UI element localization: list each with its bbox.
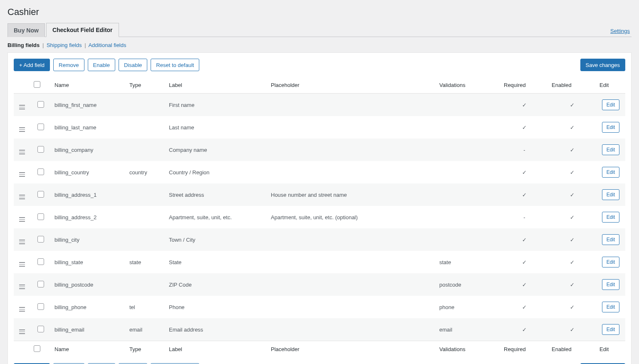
table-row: billing_phone tel Phone phone Edit <box>14 296 625 318</box>
tab-buy-now[interactable]: Buy Now <box>7 23 45 37</box>
check-icon <box>570 304 575 310</box>
subtab-additional-fields[interactable]: Additional fields <box>88 42 126 48</box>
check-icon <box>522 259 527 265</box>
check-icon <box>570 124 575 131</box>
cell-type: country <box>126 161 166 183</box>
cell-enabled <box>548 251 596 273</box>
cell-required <box>500 296 548 318</box>
check-icon <box>570 237 575 243</box>
cell-required <box>500 228 548 251</box>
check-icon <box>570 169 575 176</box>
cell-name: billing_state <box>51 251 126 273</box>
column-header-type: Type <box>126 77 166 94</box>
cell-validations <box>436 139 500 161</box>
table-row: billing_state state State state Edit <box>14 251 625 273</box>
drag-handle-icon[interactable] <box>19 150 25 154</box>
cell-name: billing_address_2 <box>51 206 126 228</box>
select-all-checkbox-footer[interactable] <box>34 345 40 352</box>
drag-handle-icon[interactable] <box>19 105 25 109</box>
reset-button[interactable]: Reset to default <box>151 59 199 71</box>
check-icon <box>570 327 575 333</box>
select-all-checkbox[interactable] <box>34 81 40 88</box>
cell-name: billing_address_1 <box>51 183 126 206</box>
cell-placeholder <box>267 161 436 183</box>
drag-handle-icon[interactable] <box>19 285 25 289</box>
cell-required <box>500 161 548 183</box>
row-checkbox[interactable] <box>37 303 44 310</box>
cell-placeholder <box>267 116 436 139</box>
save-changes-button[interactable]: Save changes <box>580 59 625 71</box>
edit-button[interactable]: Edit <box>602 167 620 178</box>
cell-enabled <box>548 318 596 341</box>
dash-icon <box>523 214 525 220</box>
drag-handle-icon[interactable] <box>19 262 25 267</box>
fields-table: Name Type Label Placeholder Validations … <box>14 77 625 357</box>
row-checkbox[interactable] <box>37 191 44 198</box>
drag-handle-icon[interactable] <box>19 329 25 334</box>
row-checkbox[interactable] <box>37 281 44 287</box>
separator: | <box>84 42 86 48</box>
drag-handle-icon[interactable] <box>19 172 25 177</box>
subtab-shipping-fields[interactable]: Shipping fields <box>47 42 82 48</box>
edit-button[interactable]: Edit <box>602 234 620 245</box>
edit-button[interactable]: Edit <box>602 302 620 312</box>
drag-handle-icon[interactable] <box>19 195 25 199</box>
row-checkbox[interactable] <box>37 236 44 243</box>
enable-button[interactable]: Enable <box>88 59 115 71</box>
column-footer-name: Name <box>51 341 126 358</box>
cell-type <box>126 273 166 296</box>
column-footer-validations: Validations <box>436 341 500 358</box>
cell-label: Last name <box>166 116 267 139</box>
cell-label: Street address <box>166 183 267 206</box>
row-checkbox[interactable] <box>37 146 44 153</box>
row-checkbox[interactable] <box>37 101 44 108</box>
page-title: Cashier <box>7 4 632 22</box>
row-checkbox[interactable] <box>37 326 44 332</box>
cell-validations: postcode <box>436 273 500 296</box>
edit-button[interactable]: Edit <box>602 189 620 200</box>
add-field-button[interactable]: + Add field <box>14 59 50 71</box>
disable-button[interactable]: Disable <box>119 59 147 71</box>
cell-label: Apartment, suite, unit, etc. <box>166 206 267 228</box>
drag-handle-icon[interactable] <box>19 240 25 244</box>
check-icon <box>570 192 575 198</box>
check-icon <box>570 102 575 108</box>
drag-handle-icon[interactable] <box>19 217 25 222</box>
edit-button[interactable]: Edit <box>602 122 620 133</box>
cell-type <box>126 139 166 161</box>
column-footer-required: Required <box>500 341 548 358</box>
edit-button[interactable]: Edit <box>602 257 620 267</box>
cell-validations: phone <box>436 296 500 318</box>
subtab-billing-fields[interactable]: Billing fields <box>7 42 40 48</box>
row-checkbox[interactable] <box>37 258 44 265</box>
cell-enabled <box>548 206 596 228</box>
cell-placeholder <box>267 139 436 161</box>
cell-type <box>126 94 166 116</box>
edit-button[interactable]: Edit <box>602 144 620 155</box>
cell-label: Town / City <box>166 228 267 251</box>
edit-button[interactable]: Edit <box>602 324 620 335</box>
column-header-label: Label <box>166 77 267 94</box>
cell-validations <box>436 94 500 116</box>
cell-name: billing_phone <box>51 296 126 318</box>
column-footer-placeholder: Placeholder <box>267 341 436 358</box>
edit-button[interactable]: Edit <box>602 212 620 223</box>
settings-link[interactable]: Settings <box>610 28 632 37</box>
tab-checkout-field-editor[interactable]: Checkout Field Editor <box>46 23 119 37</box>
cell-name: billing_country <box>51 161 126 183</box>
check-icon <box>522 304 527 310</box>
edit-button[interactable]: Edit <box>602 279 620 290</box>
remove-button[interactable]: Remove <box>53 59 84 71</box>
edit-button[interactable]: Edit <box>602 99 620 110</box>
cell-placeholder <box>267 251 436 273</box>
check-icon <box>570 282 575 288</box>
table-row: billing_country country Country / Region… <box>14 161 625 183</box>
row-checkbox[interactable] <box>37 124 44 130</box>
actions-bar-bottom: + Add field Remove Enable Disable Reset … <box>14 357 625 364</box>
drag-handle-icon[interactable] <box>19 307 25 312</box>
cell-name: billing_company <box>51 139 126 161</box>
drag-handle-icon[interactable] <box>19 127 25 132</box>
row-checkbox[interactable] <box>37 168 44 175</box>
row-checkbox[interactable] <box>37 213 44 220</box>
cell-label: First name <box>166 94 267 116</box>
